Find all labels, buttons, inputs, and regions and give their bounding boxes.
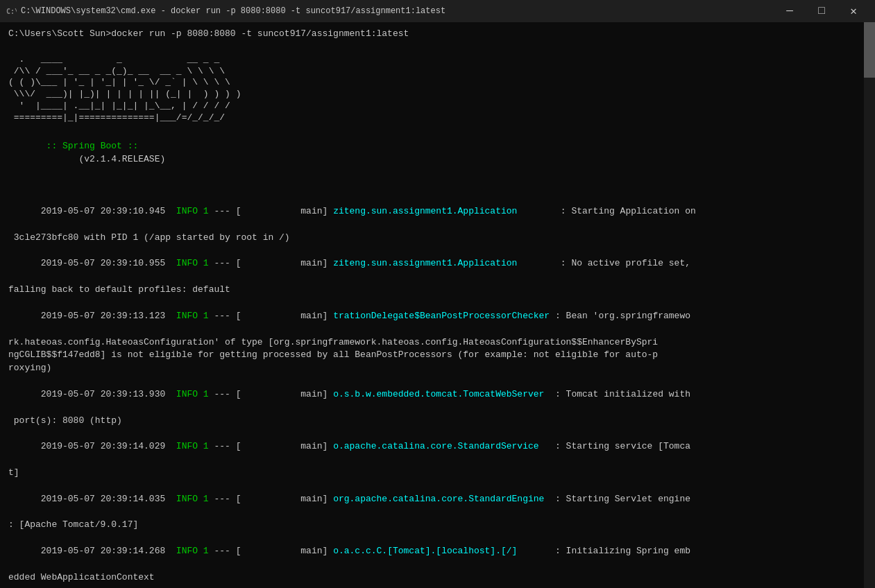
log-line-7b: edded WebApplicationContext — [8, 571, 853, 585]
log-line-4: 2019-05-07 20:39:13.930 INFO 1 --- [ mai… — [8, 375, 853, 415]
spring-boot-version-line: :: Spring Boot :: (v2.1.4.RELEASE) — [8, 127, 853, 179]
log-line-7: 2019-05-07 20:39:14.268 INFO 1 --- [ mai… — [8, 532, 853, 571]
log-line-3: 2019-05-07 20:39:13.123 INFO 1 --- [ mai… — [8, 297, 853, 336]
minimize-button[interactable]: — — [774, 0, 806, 22]
log-line-3d: roxying) — [8, 362, 853, 375]
maximize-button[interactable]: □ — [806, 0, 838, 22]
log-line-6: 2019-05-07 20:39:14.035 INFO 1 --- [ mai… — [8, 480, 853, 519]
log-line-5b: t] — [8, 467, 853, 480]
scrollbar-thumb[interactable] — [864, 22, 875, 78]
log-line-1: 2019-05-07 20:39:10.945 INFO 1 --- [ mai… — [8, 192, 853, 232]
log-line-2b: falling back to default profiles: defaul… — [8, 284, 853, 297]
svg-text:C:\: C:\ — [6, 8, 17, 15]
log-line-2: 2019-05-07 20:39:10.955 INFO 1 --- [ mai… — [8, 245, 853, 284]
log-line-3c: ngCGLIB$$f147edd8] is not eligible for g… — [8, 349, 853, 362]
cmd-icon: C:\ — [6, 6, 17, 17]
log-line-8: 2019-05-07 20:39:14.269 INFO 1 --- [ mai… — [8, 585, 853, 588]
scrollbar[interactable] — [864, 22, 875, 588]
blank-line-2 — [8, 179, 853, 192]
spring-ascii-art: . ____ _ __ _ _ /\\ / ___'_ __ _ _(_)_ _… — [8, 54, 853, 124]
log-line-5: 2019-05-07 20:39:14.029 INFO 1 --- [ mai… — [8, 427, 853, 467]
titlebar: C:\ C:\WINDOWS\system32\cmd.exe - docker… — [0, 0, 875, 22]
terminal-content: C:\Users\Scott Sun>docker run -p 8080:80… — [8, 28, 867, 588]
close-button[interactable]: ✕ — [838, 0, 869, 22]
window-controls: — □ ✕ — [774, 0, 869, 22]
log-line-4b: port(s): 8080 (http) — [8, 415, 853, 428]
terminal-window: C:\Users\Scott Sun>docker run -p 8080:80… — [0, 22, 875, 588]
log-line-1b: 3cle273bfc80 with PID 1 (/app started by… — [8, 232, 853, 245]
log-line-6b: : [Apache Tomcat/9.0.17] — [8, 519, 853, 532]
spring-boot-label: :: Spring Boot :: — [41, 141, 144, 151]
spring-version: (v2.1.4.RELEASE) — [41, 154, 165, 164]
window-title: C:\WINDOWS\system32\cmd.exe - docker run… — [21, 6, 774, 16]
prompt-line: C:\Users\Scott Sun>docker run -p 8080:80… — [8, 28, 853, 41]
blank-line-1 — [8, 41, 853, 54]
log-line-3b: rk.hateoas.config.HateoasConfiguration' … — [8, 336, 853, 349]
